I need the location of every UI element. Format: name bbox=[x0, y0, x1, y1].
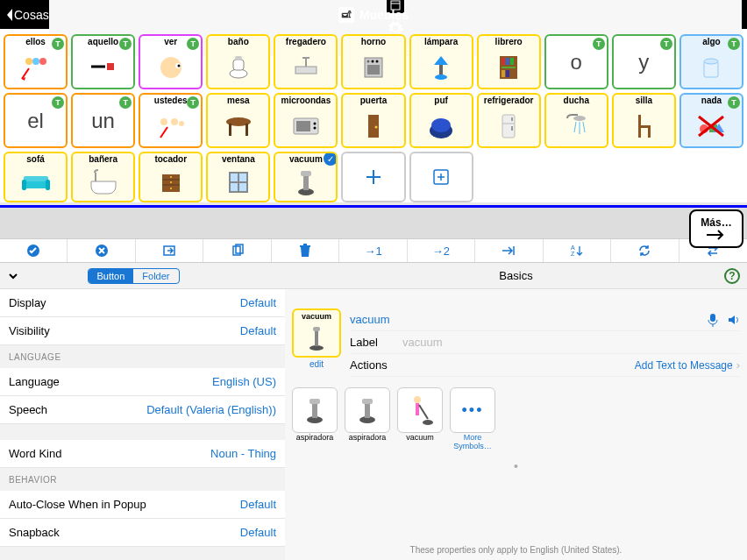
svg-rect-74 bbox=[301, 171, 311, 176]
grid-cell-ventana[interactable]: ventana bbox=[206, 152, 270, 202]
symbol-choice[interactable]: vacuum bbox=[397, 387, 443, 450]
label-placeholder: vacuum bbox=[402, 336, 443, 349]
grid-cell-baño[interactable]: baño bbox=[206, 34, 270, 89]
preview-symbol[interactable]: vacuum bbox=[292, 308, 341, 358]
edit-link[interactable]: edit bbox=[292, 359, 341, 369]
language-row[interactable]: LanguageEnglish (US) bbox=[0, 368, 285, 396]
svg-point-3 bbox=[32, 58, 39, 65]
svg-point-67 bbox=[170, 181, 172, 183]
page-dot: • bbox=[285, 459, 747, 473]
grid-cell-sofá[interactable]: sofá bbox=[4, 152, 68, 202]
svg-rect-39 bbox=[368, 115, 379, 138]
mic-icon[interactable] bbox=[707, 313, 719, 327]
svg-line-50 bbox=[583, 122, 585, 132]
svg-rect-36 bbox=[296, 121, 310, 131]
grid-cell-vacuum[interactable]: ✓vacuum bbox=[274, 152, 338, 202]
svg-rect-10 bbox=[233, 60, 244, 70]
grid-cell-nada[interactable]: Tnada bbox=[679, 93, 743, 148]
grid-cell-horno[interactable]: horno bbox=[341, 34, 405, 89]
grid-cell-el[interactable]: Tel bbox=[4, 93, 68, 148]
wordkind-row[interactable]: Word KindNoun - Thing bbox=[0, 440, 285, 468]
import-button[interactable] bbox=[136, 239, 203, 262]
symbol-choice[interactable]: aspiradora bbox=[292, 387, 338, 450]
svg-point-37 bbox=[313, 122, 316, 124]
back-button[interactable]: Cosas bbox=[5, 8, 49, 22]
basics-header: Basics ? bbox=[285, 263, 747, 289]
action-bar: →1 →2 AZ bbox=[0, 238, 747, 263]
more-symbols-button[interactable]: •••More Symbols… bbox=[450, 387, 495, 450]
svg-rect-59 bbox=[24, 176, 48, 181]
help-icon[interactable]: ? bbox=[724, 268, 740, 284]
grid-cell-puf[interactable]: puf bbox=[409, 93, 473, 148]
speech-row[interactable]: SpeechDefault (Valeria (English)) bbox=[0, 396, 285, 424]
grid-cell-bañera[interactable]: bañera bbox=[71, 152, 135, 202]
svg-point-40 bbox=[374, 125, 377, 128]
word-row[interactable]: vacuum bbox=[350, 308, 740, 331]
autoclose-row[interactable]: Auto-Close When in PopupDefault bbox=[0, 491, 285, 519]
svg-rect-23 bbox=[510, 58, 514, 65]
speak-icon[interactable] bbox=[726, 313, 740, 327]
segment-folder[interactable]: Folder bbox=[133, 269, 178, 283]
sort-button[interactable]: AZ bbox=[544, 239, 611, 262]
chevron-down-icon[interactable] bbox=[7, 270, 19, 282]
grid-cell-refrigerador[interactable]: refrigerador bbox=[477, 93, 541, 148]
grid-cell-aquello[interactable]: Taquello bbox=[71, 34, 135, 89]
svg-rect-88 bbox=[315, 330, 318, 346]
section-language: LANGUAGE bbox=[0, 345, 285, 368]
page-title: 🛋 Muebles bbox=[338, 7, 409, 23]
select-all-button[interactable] bbox=[0, 239, 68, 262]
chevron-right-icon: › bbox=[736, 358, 740, 372]
move-to-end-button[interactable] bbox=[475, 239, 543, 262]
copy-button[interactable] bbox=[203, 239, 271, 262]
svg-rect-33 bbox=[229, 124, 231, 136]
segment-button[interactable]: Button bbox=[89, 269, 134, 283]
actions-value: Add Text to Message bbox=[635, 359, 733, 372]
grid-cell-algo[interactable]: Talgo bbox=[679, 34, 743, 89]
grid-cell-microondas[interactable]: microondas bbox=[274, 93, 338, 148]
display-row[interactable]: DisplayDefault bbox=[0, 289, 285, 317]
deselect-button[interactable] bbox=[68, 239, 135, 262]
basics-panel: Basics ? vacuum edit vacuum bbox=[285, 263, 747, 560]
svg-point-15 bbox=[366, 60, 369, 62]
grid-cell-ustedes[interactable]: Tustedes bbox=[139, 93, 203, 148]
grid-cell-ducha[interactable]: ducha bbox=[544, 93, 608, 148]
top-nav: Cosas 🛋 Muebles 1 2 Done bbox=[0, 0, 747, 29]
grid-cell-add2[interactable] bbox=[409, 152, 473, 202]
grid-cell-un[interactable]: Tun bbox=[71, 93, 135, 148]
grid-cell-ver[interactable]: Tver bbox=[139, 34, 203, 89]
symbol-choice[interactable]: aspiradora bbox=[345, 387, 390, 450]
svg-rect-60 bbox=[22, 180, 26, 190]
editor-split: Button Folder DisplayDefault VisibilityD… bbox=[0, 263, 747, 560]
grid-cell-ellos[interactable]: Tellos bbox=[4, 34, 68, 89]
grid-cell-y[interactable]: Ty bbox=[612, 34, 676, 89]
move-to-2-button[interactable]: →2 bbox=[408, 239, 475, 262]
svg-rect-26 bbox=[506, 70, 509, 77]
svg-point-28 bbox=[704, 59, 718, 64]
grid-cell-fregadero[interactable]: fregadero bbox=[274, 34, 338, 89]
grid-cell-lámpara[interactable]: lámpara bbox=[409, 34, 473, 89]
refresh-button[interactable] bbox=[611, 239, 679, 262]
snapback-row[interactable]: SnapbackDefault bbox=[0, 519, 285, 547]
grid-cell-silla[interactable]: silla bbox=[612, 93, 676, 148]
grid-cell-mesa[interactable]: mesa bbox=[206, 93, 270, 148]
svg-rect-11 bbox=[235, 56, 242, 60]
svg-point-68 bbox=[170, 188, 172, 189]
button-folder-segment[interactable]: Button Folder bbox=[88, 268, 180, 284]
grid-cell-puerta[interactable]: puerta bbox=[341, 93, 405, 148]
more-button[interactable]: Más… bbox=[689, 209, 743, 248]
svg-point-2 bbox=[25, 58, 32, 65]
svg-rect-18 bbox=[439, 65, 443, 75]
label-row[interactable]: Label vacuum bbox=[350, 331, 740, 354]
grid-cell-tocador[interactable]: tocador bbox=[139, 152, 203, 202]
grid-cell-add[interactable] bbox=[341, 152, 405, 202]
grid-cell-librero[interactable]: librero bbox=[477, 34, 541, 89]
footer-note: These properties only apply to English (… bbox=[285, 545, 747, 555]
grid-cell-o[interactable]: To bbox=[544, 34, 608, 89]
svg-rect-45 bbox=[511, 117, 513, 121]
svg-rect-89 bbox=[313, 327, 320, 331]
svg-rect-22 bbox=[506, 58, 509, 65]
move-to-1-button[interactable]: →1 bbox=[339, 239, 407, 262]
actions-row[interactable]: Actions Add Text to Message › bbox=[350, 354, 740, 377]
delete-button[interactable] bbox=[272, 239, 339, 262]
visibility-row[interactable]: VisibilityDefault bbox=[0, 317, 285, 345]
